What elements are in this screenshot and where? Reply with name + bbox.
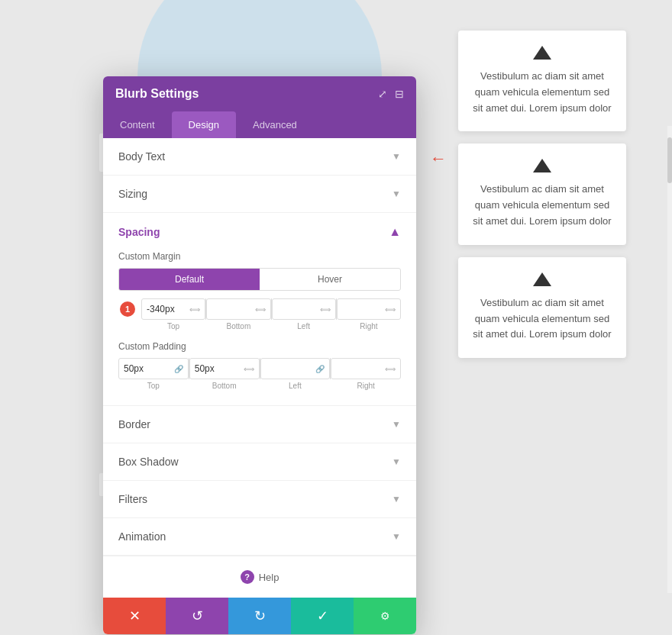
tab-design[interactable]: Design bbox=[172, 111, 236, 138]
help-label: Help bbox=[259, 572, 279, 583]
padding-left-input[interactable]: 🔗 bbox=[260, 358, 331, 379]
modal-header: Blurb Settings ⤢ ⊟ bbox=[103, 76, 416, 111]
modal-title: Blurb Settings bbox=[115, 87, 199, 101]
margin-bottom-group: ⟺ Bottom bbox=[206, 298, 270, 330]
box-shadow-chevron: ▼ bbox=[392, 456, 401, 467]
padding-right-label: Right bbox=[357, 382, 374, 390]
red-arrow-indicator: ← bbox=[430, 149, 447, 169]
margin-top-input[interactable]: -340px ⟺ bbox=[141, 298, 205, 320]
padding-bottom-group: 50px ⟺ Bottom bbox=[189, 358, 260, 390]
margin-inputs-row: -340px ⟺ Top ⟺ Bottom bbox=[141, 298, 401, 330]
redo-button[interactable]: ↻ bbox=[228, 598, 291, 634]
section-body-text[interactable]: Body Text ▼ bbox=[103, 138, 416, 176]
padding-bottom-link-icon: ⟺ bbox=[244, 365, 254, 373]
help-icon: ? bbox=[241, 570, 254, 584]
card-arrow-icon-1 bbox=[533, 46, 551, 60]
card-arrow-icon-3 bbox=[533, 272, 551, 286]
tab-content[interactable]: Content bbox=[103, 111, 172, 138]
fullscreen-icon[interactable]: ⤢ bbox=[378, 88, 387, 100]
content-card-1: Vestibulum ac diam sit amet quam vehicul… bbox=[458, 31, 626, 131]
padding-bottom-label: Bottom bbox=[212, 382, 237, 390]
padding-right-input[interactable]: ⟺ bbox=[331, 358, 401, 379]
margin-left-link-icon: ⟺ bbox=[320, 305, 331, 314]
padding-left-group: 🔗 Left bbox=[260, 358, 331, 390]
margin-top-label: Top bbox=[167, 322, 179, 330]
margin-left-label: Left bbox=[297, 322, 310, 330]
help-section[interactable]: ? Help bbox=[103, 556, 416, 598]
margin-toggle-bar: Default Hover bbox=[118, 268, 401, 291]
padding-right-link-icon: ⟺ bbox=[385, 365, 396, 373]
card-text-1: Vestibulum ac diam sit amet quam vehicul… bbox=[470, 69, 614, 116]
cards-area: Vestibulum ac diam sit amet quam vehicul… bbox=[458, 31, 626, 358]
blurb-settings-modal: Blurb Settings ⤢ ⊟ Content Design Advanc… bbox=[103, 76, 416, 634]
extra-button[interactable]: ⚙ bbox=[354, 598, 416, 634]
custom-padding-label: Custom Padding bbox=[118, 341, 401, 352]
section-box-shadow[interactable]: Box Shadow ▼ bbox=[103, 443, 416, 481]
body-text-label: Body Text bbox=[118, 150, 165, 163]
margin-default-tab[interactable]: Default bbox=[119, 269, 260, 290]
spacing-content: Custom Margin Default Hover 1 -340px ⟺ T… bbox=[103, 251, 416, 405]
scroll-thumb[interactable] bbox=[667, 137, 672, 183]
margin-right-input[interactable]: ⟺ bbox=[337, 298, 401, 320]
spacing-header[interactable]: Spacing ▲ bbox=[103, 213, 416, 251]
padding-inputs-row: 50px 🔗 Top 50px ⟺ Bottom bbox=[118, 358, 401, 390]
spacing-title: Spacing bbox=[118, 226, 160, 238]
spacing-chevron-up: ▲ bbox=[389, 225, 401, 239]
scroll-track bbox=[667, 126, 672, 593]
margin-left-group: ⟺ Left bbox=[272, 298, 336, 330]
margin-right-group: ⟺ Right bbox=[337, 298, 401, 330]
modal-footer: ✕ ↺ ↻ ✓ ⚙ bbox=[103, 598, 416, 634]
border-label: Border bbox=[118, 418, 150, 430]
filters-label: Filters bbox=[118, 493, 147, 505]
save-button[interactable]: ✓ bbox=[291, 598, 354, 634]
margin-right-link-icon: ⟺ bbox=[385, 305, 396, 314]
section-border[interactable]: Border ▼ bbox=[103, 406, 416, 443]
padding-top-link-icon[interactable]: 🔗 bbox=[174, 365, 183, 373]
body-text-chevron: ▼ bbox=[392, 151, 401, 162]
content-card-3: Vestibulum ac diam sit amet quam vehicul… bbox=[458, 257, 626, 358]
animation-chevron: ▼ bbox=[392, 531, 401, 542]
section-filters[interactable]: Filters ▼ bbox=[103, 481, 416, 518]
margin-hover-tab[interactable]: Hover bbox=[260, 269, 400, 290]
modal-tabs: Content Design Advanced bbox=[103, 111, 416, 138]
padding-left-link-icon[interactable]: 🔗 bbox=[315, 365, 325, 373]
box-shadow-label: Box Shadow bbox=[118, 456, 179, 468]
card-text-3: Vestibulum ac diam sit amet quam vehicul… bbox=[470, 295, 614, 343]
padding-top-input[interactable]: 50px 🔗 bbox=[118, 358, 189, 379]
border-chevron: ▼ bbox=[392, 419, 401, 430]
number-badge: 1 bbox=[120, 301, 135, 317]
margin-bottom-label: Bottom bbox=[227, 322, 251, 330]
section-spacing: Spacing ▲ Custom Margin Default Hover 1 … bbox=[103, 213, 416, 406]
margin-bottom-link-icon: ⟺ bbox=[255, 305, 266, 314]
margin-left-input[interactable]: ⟺ bbox=[272, 298, 336, 320]
filters-chevron: ▼ bbox=[392, 494, 401, 504]
modal-body: Body Text ▼ Sizing ▼ Spacing ▲ Custom Ma… bbox=[103, 138, 416, 598]
custom-margin-label: Custom Margin bbox=[118, 251, 401, 262]
sizing-label: Sizing bbox=[118, 188, 147, 200]
padding-left-label: Left bbox=[289, 382, 302, 390]
cancel-button[interactable]: ✕ bbox=[103, 598, 166, 634]
card-text-2: Vestibulum ac diam sit amet quam vehicul… bbox=[470, 182, 614, 229]
undo-button[interactable]: ↺ bbox=[166, 598, 228, 634]
card-arrow-icon-2 bbox=[533, 159, 551, 172]
padding-top-group: 50px 🔗 Top bbox=[118, 358, 189, 390]
sizing-chevron: ▼ bbox=[392, 189, 401, 199]
padding-top-label: Top bbox=[147, 382, 160, 390]
tab-advanced[interactable]: Advanced bbox=[236, 111, 314, 138]
padding-bottom-input[interactable]: 50px ⟺ bbox=[189, 358, 260, 379]
margin-bottom-input[interactable]: ⟺ bbox=[206, 298, 270, 320]
modal-header-icons: ⤢ ⊟ bbox=[378, 88, 404, 100]
margin-right-label: Right bbox=[360, 322, 377, 330]
section-animation[interactable]: Animation ▼ bbox=[103, 518, 416, 556]
margin-top-group: -340px ⟺ Top bbox=[141, 298, 205, 330]
margin-top-link-icon: ⟺ bbox=[189, 305, 200, 314]
content-card-2: Vestibulum ac diam sit amet quam vehicul… bbox=[458, 143, 626, 244]
animation-label: Animation bbox=[118, 530, 166, 543]
close-icon[interactable]: ⊟ bbox=[395, 88, 404, 100]
section-sizing[interactable]: Sizing ▼ bbox=[103, 176, 416, 213]
padding-right-group: ⟺ Right bbox=[331, 358, 401, 390]
